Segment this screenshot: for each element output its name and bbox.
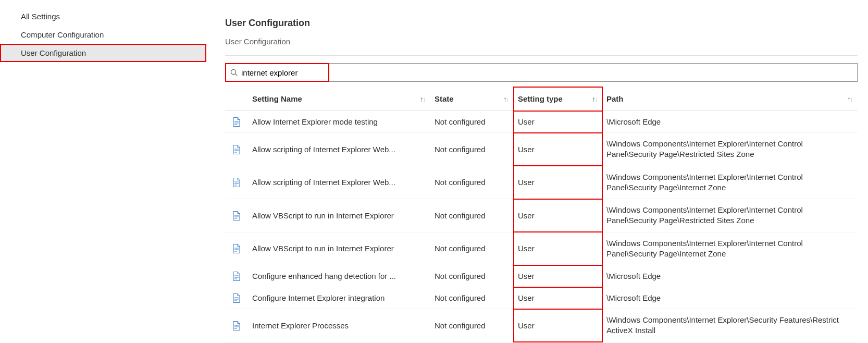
- column-header-label: Setting type: [518, 94, 563, 103]
- cell-path: \Windows Components\Internet Explorer\In…: [602, 232, 858, 265]
- sort-icon[interactable]: ↑↓: [503, 95, 510, 103]
- column-header-label: State: [435, 94, 454, 103]
- cell-state: Not configured: [430, 265, 514, 287]
- cell-state: Not configured: [430, 166, 514, 199]
- table-row[interactable]: Allow VBScript to run in Internet Explor…: [225, 199, 858, 232]
- document-icon: [232, 272, 241, 281]
- row-icon-cell: [225, 199, 248, 232]
- table-header-row: Setting Name ↑↓ State ↑↓ Setting type: [225, 87, 858, 111]
- cell-setting-type: User: [514, 133, 602, 166]
- document-icon: [232, 211, 241, 220]
- cell-setting-name[interactable]: Allow VBScript to run in Internet Explor…: [248, 199, 430, 232]
- document-icon: [232, 244, 241, 253]
- cell-setting-name[interactable]: Configure enhanced hang detection for ..…: [248, 265, 430, 287]
- table-row[interactable]: Allow scripting of Internet Explorer Web…: [225, 133, 858, 166]
- page-title: User Configuration: [225, 18, 858, 29]
- cell-setting-type: User: [514, 232, 602, 265]
- cell-setting-type: User: [514, 111, 602, 133]
- cell-path: \Windows Components\Internet Explorer\Se…: [602, 309, 858, 342]
- search-input[interactable]: [238, 68, 324, 78]
- row-icon-cell: [225, 232, 248, 265]
- search-container: [225, 63, 858, 82]
- row-icon-cell: [225, 309, 248, 342]
- row-icon-cell: [225, 265, 248, 287]
- document-icon: [232, 293, 241, 303]
- sidebar-item-all-settings[interactable]: All Settings: [0, 7, 206, 26]
- table-row[interactable]: Allow VBScript to run in Internet Explor…: [225, 232, 858, 265]
- column-header-state[interactable]: State ↑↓: [430, 87, 514, 111]
- cell-path: \Windows Components\Internet Explorer\In…: [602, 133, 858, 166]
- cell-state: Not configured: [430, 111, 514, 133]
- table-body: Allow Internet Explorer mode testingNot …: [225, 111, 858, 342]
- main-content: User Configuration User Configuration: [206, 0, 868, 343]
- cell-setting-type: User: [514, 265, 602, 287]
- cell-setting-name[interactable]: Allow scripting of Internet Explorer Web…: [248, 166, 430, 199]
- cell-setting-name[interactable]: Internet Explorer Processes: [248, 309, 430, 342]
- search-box-extension[interactable]: [329, 63, 858, 82]
- column-header-label: Setting Name: [252, 94, 302, 103]
- column-header-icon: [225, 87, 248, 111]
- cell-setting-name[interactable]: Allow VBScript to run in Internet Explor…: [248, 232, 430, 265]
- sidebar-item-user-configuration[interactable]: User Configuration: [0, 44, 206, 62]
- column-header-label: Path: [606, 94, 624, 103]
- cell-state: Not configured: [430, 232, 514, 265]
- app-root: All Settings Computer Configuration User…: [0, 0, 868, 343]
- sidebar: All Settings Computer Configuration User…: [0, 0, 206, 343]
- row-icon-cell: [225, 111, 248, 133]
- sort-icon[interactable]: ↑↓: [592, 95, 598, 103]
- sort-icon[interactable]: ↑↓: [847, 95, 853, 103]
- row-icon-cell: [225, 133, 248, 166]
- cell-path: \Windows Components\Internet Explorer\In…: [602, 199, 858, 232]
- search-box[interactable]: [226, 64, 328, 81]
- settings-table: Setting Name ↑↓ State ↑↓ Setting type: [225, 87, 858, 342]
- cell-setting-type: User: [514, 287, 602, 309]
- cell-path: \Microsoft Edge: [602, 265, 858, 287]
- table-row[interactable]: Configure enhanced hang detection for ..…: [225, 265, 858, 287]
- svg-point-0: [231, 69, 235, 74]
- document-icon: [232, 117, 241, 127]
- sort-icon[interactable]: ↑↓: [420, 95, 426, 103]
- cell-state: Not configured: [430, 287, 514, 309]
- column-header-setting-name[interactable]: Setting Name ↑↓: [248, 87, 430, 111]
- cell-path: \Microsoft Edge: [602, 287, 858, 309]
- search-highlight: [225, 63, 329, 82]
- cell-setting-name[interactable]: Allow Internet Explorer mode testing: [248, 111, 430, 133]
- sidebar-item-label: Computer Configuration: [21, 30, 104, 39]
- sidebar-item-label: All Settings: [21, 12, 60, 21]
- table-row[interactable]: Configure Internet Explorer integrationN…: [225, 287, 858, 309]
- cell-state: Not configured: [430, 309, 514, 342]
- cell-setting-type: User: [514, 166, 602, 199]
- document-icon: [232, 178, 241, 187]
- column-header-path[interactable]: Path ↑↓: [602, 87, 858, 111]
- table-row[interactable]: Allow Internet Explorer mode testingNot …: [225, 111, 858, 133]
- row-icon-cell: [225, 166, 248, 199]
- cell-setting-name[interactable]: Configure Internet Explorer integration: [248, 287, 430, 309]
- document-icon: [232, 321, 241, 330]
- sidebar-item-computer-configuration[interactable]: Computer Configuration: [0, 26, 206, 44]
- column-header-setting-type[interactable]: Setting type ↑↓: [514, 87, 602, 111]
- cell-path: \Windows Components\Internet Explorer\In…: [602, 166, 858, 199]
- sidebar-item-label: User Configuration: [21, 48, 86, 57]
- cell-state: Not configured: [430, 133, 514, 166]
- table-row[interactable]: Allow scripting of Internet Explorer Web…: [225, 166, 858, 199]
- table-row[interactable]: Internet Explorer ProcessesNot configure…: [225, 309, 858, 342]
- svg-line-1: [235, 74, 238, 76]
- cell-path: \Microsoft Edge: [602, 111, 858, 133]
- cell-setting-type: User: [514, 199, 602, 232]
- cell-setting-name[interactable]: Allow scripting of Internet Explorer Web…: [248, 133, 430, 166]
- cell-state: Not configured: [430, 199, 514, 232]
- cell-setting-type: User: [514, 309, 602, 342]
- search-icon: [230, 69, 238, 77]
- row-icon-cell: [225, 287, 248, 309]
- document-icon: [232, 145, 241, 154]
- breadcrumb: User Configuration: [225, 30, 858, 56]
